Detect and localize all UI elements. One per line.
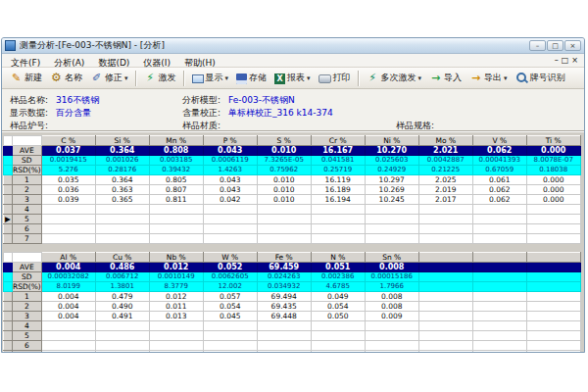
grid-cell[interactable]: 2.019 — [418, 185, 472, 195]
grid-cell[interactable]: 0.808 — [149, 146, 203, 156]
grid-cell[interactable]: 0.004 — [41, 263, 95, 272]
grid-cell[interactable] — [418, 321, 472, 331]
mdi-restore-button[interactable]: □ — [562, 56, 569, 66]
row-label[interactable]: 6 — [13, 341, 42, 351]
grid-cell[interactable]: 0.0042887 — [418, 156, 472, 166]
grid-cell[interactable]: 2.021 — [418, 146, 472, 156]
grid-cell[interactable] — [203, 331, 257, 341]
grid-cell[interactable]: 0.000 — [526, 146, 580, 156]
grid-cell[interactable]: 0.037 — [41, 146, 95, 156]
grid-cell[interactable]: 0.364 — [95, 175, 149, 185]
grid-cell[interactable] — [472, 272, 526, 282]
grid-cell[interactable] — [418, 263, 472, 272]
grid-cell[interactable]: 0.009 — [365, 312, 418, 321]
grid-cell[interactable]: 0.004 — [41, 302, 95, 312]
grid-cell[interactable]: 0.000 — [526, 175, 580, 185]
grid-cell[interactable] — [472, 282, 526, 292]
row-label[interactable]: 4 — [13, 205, 42, 215]
grid-cell[interactable]: 10.270 — [365, 146, 418, 156]
grid-cell[interactable] — [472, 351, 526, 354]
grid-cell[interactable] — [365, 321, 418, 331]
grid-cell[interactable] — [311, 215, 365, 224]
grid-cell[interactable]: 0.0006119 — [203, 156, 257, 166]
row-label[interactable]: 6 — [13, 224, 42, 234]
grid-cell[interactable] — [41, 341, 95, 351]
grid-cell[interactable] — [311, 341, 365, 351]
grid-cell[interactable] — [311, 321, 365, 331]
grid-cell[interactable] — [526, 224, 580, 234]
row-label[interactable]: AVE — [13, 263, 42, 272]
grid-cell[interactable]: 16.194 — [311, 195, 365, 205]
grid-cell[interactable]: 0.491 — [95, 312, 149, 321]
grid-cell[interactable] — [418, 341, 472, 351]
grid-cell[interactable]: 0.001026 — [95, 156, 149, 166]
grid-cell[interactable]: 0.21225 — [418, 166, 472, 175]
grid-cell[interactable]: 0.010 — [257, 175, 311, 185]
grid-cell[interactable]: 0.010 — [257, 195, 311, 205]
grid-cell[interactable]: 16.189 — [311, 185, 365, 195]
grid-cell[interactable]: 12.002 — [203, 282, 257, 292]
grid-cell[interactable] — [418, 312, 472, 321]
grid-cell[interactable]: 0.043 — [203, 175, 257, 185]
grid-cell[interactable] — [41, 224, 95, 234]
grid-cell[interactable]: 0.054 — [311, 302, 365, 312]
grid-cell[interactable]: 0.012 — [149, 292, 203, 302]
grid-cell[interactable]: 1.3801 — [95, 282, 149, 292]
grid-cell[interactable]: 0.000 — [526, 195, 580, 205]
grid-cell[interactable] — [203, 234, 257, 244]
grid-cell[interactable] — [472, 341, 526, 351]
grid-cell[interactable]: 69.448 — [257, 312, 311, 321]
grid-cell[interactable] — [41, 234, 95, 244]
grid-cell[interactable] — [526, 312, 580, 321]
grid-cell[interactable]: 0.18038 — [526, 166, 580, 175]
grid-cell[interactable]: 16.167 — [311, 146, 365, 156]
grid-cell[interactable]: 0.0019415 — [41, 156, 95, 166]
grid-cell[interactable] — [149, 234, 203, 244]
grid-cell[interactable]: 0.045 — [203, 312, 257, 321]
grid-cell[interactable]: 0.008 — [365, 292, 418, 302]
grid-cell[interactable]: 1.7966 — [365, 282, 418, 292]
grid-cell[interactable] — [526, 234, 580, 244]
grid-cell[interactable] — [311, 351, 365, 354]
grid-cell[interactable]: 0.041581 — [311, 156, 365, 166]
grid-cell[interactable]: 0.004 — [41, 312, 95, 321]
grid-cell[interactable] — [149, 331, 203, 341]
grid-cell[interactable] — [472, 302, 526, 312]
toolbar-button-export[interactable]: 导出▾ — [466, 71, 512, 85]
grid-cell[interactable] — [311, 234, 365, 244]
grid-cell[interactable]: 0.010 — [257, 185, 311, 195]
grid-cell[interactable]: 10.297 — [365, 175, 418, 185]
grid-cell[interactable] — [149, 341, 203, 351]
grid-cell[interactable] — [203, 224, 257, 234]
row-label[interactable]: SD — [13, 156, 42, 166]
row-label[interactable]: 3 — [13, 312, 42, 321]
grid-cell[interactable] — [526, 272, 580, 282]
dropdown-caret-icon[interactable]: ▾ — [418, 74, 422, 82]
grid-cell[interactable] — [418, 205, 472, 215]
restore-button[interactable]: □ — [547, 40, 564, 51]
menu-item[interactable]: 仪器(I) — [136, 57, 177, 69]
dropdown-caret-icon[interactable]: ▾ — [307, 74, 311, 82]
grid-cell[interactable]: 69.435 — [257, 302, 311, 312]
grid-cell[interactable] — [95, 224, 149, 234]
grid-cell[interactable] — [95, 321, 149, 331]
grid-cell[interactable] — [418, 272, 472, 282]
dropdown-caret-icon[interactable]: ▾ — [504, 74, 508, 82]
minimize-button[interactable]: – — [529, 40, 546, 51]
grid-cell[interactable] — [257, 205, 311, 215]
grid-cell[interactable]: 0.008 — [365, 263, 418, 272]
menu-item[interactable]: 文件(F) — [4, 57, 47, 69]
grid-cell[interactable] — [526, 292, 580, 302]
toolbar-button-multi-spark[interactable]: 多次激发▾ — [363, 71, 426, 85]
row-label[interactable]: 1 — [13, 292, 42, 302]
grid-cell[interactable] — [365, 215, 418, 224]
grid-cell[interactable] — [365, 224, 418, 234]
grid-cell[interactable]: 0.013 — [149, 312, 203, 321]
grid-cell[interactable] — [418, 224, 472, 234]
grid-cell[interactable]: 0.0062605 — [203, 272, 257, 282]
grid-cell[interactable]: 8.3779 — [149, 282, 203, 292]
grid-cell[interactable]: 0.062 — [472, 185, 526, 195]
row-label[interactable]: 5 — [13, 215, 42, 224]
grid-cell[interactable] — [95, 234, 149, 244]
grid-cell[interactable] — [526, 341, 580, 351]
